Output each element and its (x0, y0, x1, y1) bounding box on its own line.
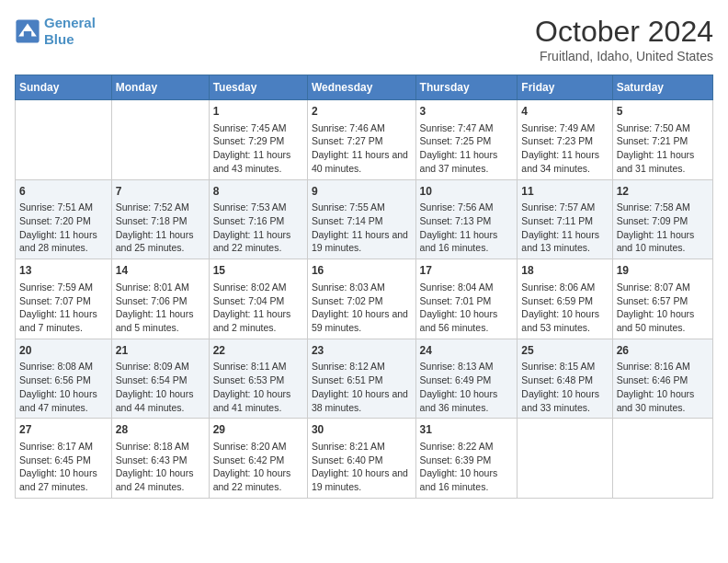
calendar-cell: 28Sunrise: 8:18 AMSunset: 6:43 PMDayligh… (111, 419, 209, 499)
logo: General Blue (15, 15, 96, 48)
calendar-cell: 21Sunrise: 8:09 AMSunset: 6:54 PMDayligh… (111, 339, 209, 419)
day-info: Sunrise: 8:21 AM (312, 440, 412, 454)
day-info: Sunset: 6:40 PM (312, 454, 412, 467)
day-info: Sunset: 7:14 PM (312, 214, 412, 228)
calendar-cell: 1Sunrise: 7:45 AMSunset: 7:29 PMDaylight… (209, 100, 307, 180)
day-number: 10 (420, 184, 514, 200)
day-number: 2 (312, 104, 412, 120)
logo-line2: Blue (44, 31, 74, 47)
calendar-cell: 19Sunrise: 8:07 AMSunset: 6:57 PMDayligh… (612, 259, 712, 339)
day-info: Sunrise: 8:11 AM (213, 360, 303, 373)
day-info: Daylight: 11 hours and 5 minutes. (116, 307, 205, 334)
day-info: Daylight: 11 hours and 31 minutes. (617, 148, 709, 175)
day-info: Daylight: 10 hours and 56 minutes. (420, 307, 514, 334)
day-info: Sunrise: 8:03 AM (312, 281, 412, 294)
day-info: Sunrise: 8:16 AM (617, 360, 709, 373)
day-info: Sunset: 7:02 PM (312, 294, 412, 308)
calendar-cell: 8Sunrise: 7:53 AMSunset: 7:16 PMDaylight… (209, 179, 307, 259)
calendar-cell: 13Sunrise: 7:59 AMSunset: 7:07 PMDayligh… (16, 259, 112, 339)
day-number: 31 (420, 422, 514, 438)
day-info: Daylight: 10 hours and 33 minutes. (521, 387, 608, 414)
day-number: 14 (116, 263, 205, 279)
week-row-3: 13Sunrise: 7:59 AMSunset: 7:07 PMDayligh… (16, 259, 713, 339)
day-info: Sunrise: 8:09 AM (116, 360, 205, 373)
day-number: 11 (521, 184, 608, 200)
calendar-cell: 6Sunrise: 7:51 AMSunset: 7:20 PMDaylight… (16, 179, 112, 259)
week-row-4: 20Sunrise: 8:08 AMSunset: 6:56 PMDayligh… (16, 339, 713, 419)
day-info: Sunset: 7:20 PM (19, 214, 108, 228)
logo-text: General Blue (44, 15, 96, 48)
day-info: Sunrise: 7:57 AM (521, 201, 608, 214)
logo-line1: General (44, 15, 96, 30)
calendar-cell: 18Sunrise: 8:06 AMSunset: 6:59 PMDayligh… (518, 259, 612, 339)
day-info: Sunset: 7:07 PM (19, 294, 108, 308)
week-row-5: 27Sunrise: 8:17 AMSunset: 6:45 PMDayligh… (16, 419, 713, 499)
week-row-2: 6Sunrise: 7:51 AMSunset: 7:20 PMDaylight… (16, 179, 713, 259)
day-number: 1 (213, 104, 303, 120)
day-info: Sunrise: 7:55 AM (312, 201, 412, 214)
col-header-tuesday: Tuesday (209, 75, 307, 100)
calendar-cell: 25Sunrise: 8:15 AMSunset: 6:48 PMDayligh… (518, 339, 612, 419)
day-number: 15 (213, 263, 303, 279)
calendar-cell: 3Sunrise: 7:47 AMSunset: 7:25 PMDaylight… (415, 100, 518, 180)
day-info: Sunrise: 8:12 AM (312, 360, 412, 373)
calendar-cell: 2Sunrise: 7:46 AMSunset: 7:27 PMDaylight… (307, 100, 415, 180)
day-info: Daylight: 10 hours and 59 minutes. (312, 307, 412, 334)
day-info: Sunset: 6:39 PM (420, 454, 514, 467)
day-info: Sunset: 7:18 PM (116, 214, 205, 228)
calendar-cell: 12Sunrise: 7:58 AMSunset: 7:09 PMDayligh… (612, 179, 712, 259)
day-info: Sunrise: 7:46 AM (312, 121, 412, 135)
calendar-cell: 31Sunrise: 8:22 AMSunset: 6:39 PMDayligh… (415, 419, 518, 499)
day-info: Sunrise: 8:17 AM (19, 440, 108, 454)
day-info: Sunrise: 8:04 AM (420, 281, 514, 294)
day-number: 9 (312, 184, 412, 200)
calendar-cell: 30Sunrise: 8:21 AMSunset: 6:40 PMDayligh… (307, 419, 415, 499)
day-info: Sunset: 6:43 PM (116, 454, 205, 467)
day-info: Sunset: 7:04 PM (213, 294, 303, 308)
day-info: Daylight: 11 hours and 28 minutes. (19, 228, 108, 255)
day-info: Sunset: 7:16 PM (213, 214, 303, 228)
month-title: October 2024 (535, 15, 713, 49)
day-info: Sunrise: 8:07 AM (617, 281, 709, 294)
day-number: 28 (116, 422, 205, 438)
day-info: Sunrise: 7:47 AM (420, 121, 514, 135)
day-number: 21 (116, 343, 205, 359)
day-info: Daylight: 11 hours and 13 minutes. (521, 228, 608, 255)
day-info: Daylight: 10 hours and 19 minutes. (312, 466, 412, 493)
day-info: Daylight: 10 hours and 41 minutes. (213, 387, 303, 414)
day-info: Daylight: 10 hours and 44 minutes. (116, 387, 205, 414)
day-number: 16 (312, 263, 412, 279)
day-info: Sunrise: 8:01 AM (116, 281, 205, 294)
day-number: 29 (213, 422, 303, 438)
day-number: 5 (617, 104, 709, 120)
day-info: Sunset: 7:27 PM (312, 134, 412, 148)
calendar-cell: 16Sunrise: 8:03 AMSunset: 7:02 PMDayligh… (307, 259, 415, 339)
calendar-cell: 5Sunrise: 7:50 AMSunset: 7:21 PMDaylight… (612, 100, 712, 180)
calendar-table: SundayMondayTuesdayWednesdayThursdayFrid… (15, 75, 713, 499)
day-number: 12 (617, 184, 709, 200)
calendar-cell: 27Sunrise: 8:17 AMSunset: 6:45 PMDayligh… (16, 419, 112, 499)
day-info: Daylight: 10 hours and 50 minutes. (617, 307, 709, 334)
calendar-cell: 29Sunrise: 8:20 AMSunset: 6:42 PMDayligh… (209, 419, 307, 499)
day-info: Sunrise: 8:06 AM (521, 281, 608, 294)
day-info: Sunset: 6:56 PM (19, 373, 108, 387)
day-info: Daylight: 10 hours and 53 minutes. (521, 307, 608, 334)
calendar-cell: 7Sunrise: 7:52 AMSunset: 7:18 PMDaylight… (111, 179, 209, 259)
page-header: General Blue October 2024 Fruitland, Ida… (15, 15, 713, 63)
day-info: Sunrise: 8:13 AM (420, 360, 514, 373)
day-info: Sunset: 7:09 PM (617, 214, 709, 228)
location: Fruitland, Idaho, United States (535, 49, 713, 63)
day-info: Sunrise: 8:20 AM (213, 440, 303, 454)
day-info: Sunrise: 7:53 AM (213, 201, 303, 214)
day-number: 20 (19, 343, 108, 359)
day-info: Daylight: 11 hours and 19 minutes. (312, 228, 412, 255)
day-number: 4 (521, 104, 608, 120)
day-info: Daylight: 10 hours and 24 minutes. (116, 466, 205, 493)
day-info: Daylight: 10 hours and 38 minutes. (312, 387, 412, 414)
day-number: 22 (213, 343, 303, 359)
day-info: Sunrise: 7:52 AM (116, 201, 205, 214)
day-info: Sunrise: 8:15 AM (521, 360, 608, 373)
day-info: Sunrise: 7:49 AM (521, 121, 608, 135)
calendar-cell: 17Sunrise: 8:04 AMSunset: 7:01 PMDayligh… (415, 259, 518, 339)
day-number: 23 (312, 343, 412, 359)
